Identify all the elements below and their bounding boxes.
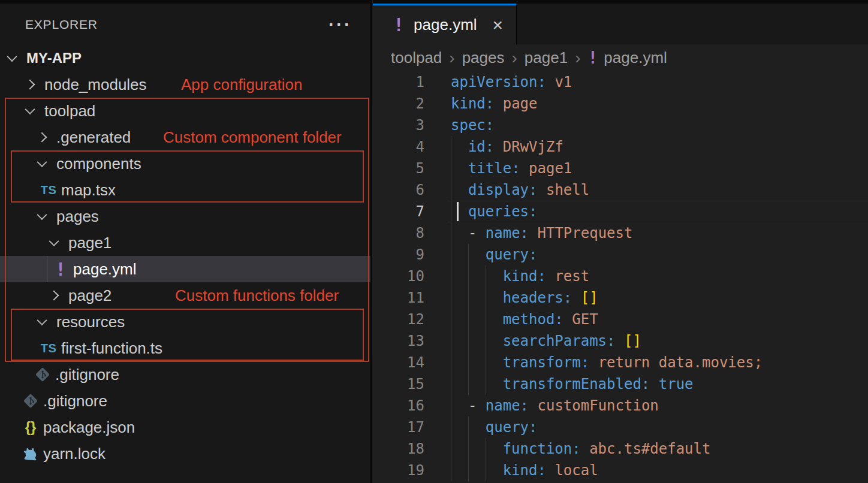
code-line-16[interactable]: - name: customFunction	[451, 395, 868, 416]
indent-guide	[451, 244, 468, 265]
tree-item-first-function-ts[interactable]: TSfirst-function.ts	[0, 335, 370, 361]
indent-guide	[468, 309, 486, 330]
code-token: kind:	[503, 268, 546, 285]
tree-item-label: page1	[68, 234, 111, 252]
code-line-19[interactable]: kind: local	[451, 460, 868, 481]
indent-guide	[451, 179, 468, 201]
tab-bar: ! page.yml ×	[373, 4, 868, 44]
tree-item-pages[interactable]: pages	[0, 203, 370, 230]
code-line-13[interactable]: searchParams: []	[451, 330, 868, 352]
tab-page-yml[interactable]: ! page.yml ×	[373, 4, 517, 44]
code-token: id:	[468, 138, 494, 155]
explorer-title: EXPLORER	[25, 17, 98, 32]
code-line-9[interactable]: query:	[451, 244, 868, 265]
code-token: spec:	[451, 117, 494, 134]
tree-item-map-tsx[interactable]: TSmap.tsx	[0, 177, 370, 203]
indent-guide	[451, 395, 468, 416]
code-line-3[interactable]: spec:	[451, 114, 868, 136]
code-line-10[interactable]: kind: rest	[451, 265, 868, 287]
code-line-4[interactable]: id: DRwVjZf	[451, 136, 868, 158]
line-number-6: 6	[373, 179, 424, 201]
tree-item-page1[interactable]: page1	[0, 230, 370, 256]
tree-item-label: MY-APP	[26, 50, 82, 67]
code-line-6[interactable]: display: shell	[451, 179, 868, 201]
line-number-19: 19	[373, 460, 424, 481]
code-line-17[interactable]: query:	[451, 416, 868, 438]
chevron-down-icon[interactable]	[49, 236, 59, 246]
line-number-9: 9	[373, 244, 424, 265]
code-editor[interactable]: 12345678910111213141516171819 apiVersion…	[373, 71, 868, 483]
code-line-1[interactable]: apiVersion: v1	[451, 71, 868, 93]
code-token: page1	[529, 160, 572, 177]
code-token: v1	[554, 74, 572, 90]
indent-guide	[468, 265, 486, 287]
tree-item-toolpad[interactable]: toolpad	[0, 98, 370, 124]
code-line-8[interactable]: - name: HTTPrequest	[451, 222, 868, 244]
tree-item-package-json[interactable]: {}package.json	[0, 414, 370, 440]
code-line-18[interactable]: function: abc.ts#default	[451, 438, 868, 460]
indent-guide	[486, 330, 503, 352]
code-token: name:	[486, 225, 529, 242]
tree-item-yarn-lock[interactable]: yarn.lock	[0, 440, 370, 467]
code-token: []	[624, 333, 641, 349]
tree-item-label: package.json	[43, 418, 135, 437]
indent-guide	[468, 460, 486, 481]
indent-guide	[468, 352, 486, 373]
breadcrumb-separator: ›	[511, 49, 517, 68]
annotation-custom-component-folder: Custom component folder	[163, 128, 342, 147]
breadcrumb-item-pages[interactable]: pages	[462, 49, 505, 67]
json-icon: {}	[22, 419, 40, 436]
chevron-right-icon[interactable]	[25, 80, 35, 90]
tree-item--gitignore[interactable]: .gitignore	[0, 388, 370, 414]
code-token	[616, 333, 624, 349]
code-token: display:	[468, 182, 538, 198]
code-token	[537, 182, 545, 198]
breadcrumb-label: page1	[525, 49, 568, 67]
code-token: abc.ts#default	[589, 440, 710, 457]
file-tree: MY-APPnode_modulestoolpad.generatedcompo…	[0, 45, 370, 467]
indent-guide	[486, 438, 503, 460]
line-number-18: 18	[373, 438, 424, 460]
code-line-5[interactable]: title: page1	[451, 158, 868, 179]
tree-item-components[interactable]: components	[0, 150, 370, 177]
breadcrumb-item-page-yml[interactable]: !page.yml	[587, 48, 667, 68]
chevron-right-icon[interactable]	[37, 132, 47, 143]
code-line-11[interactable]: headers: []	[451, 287, 868, 309]
code-token: DRwVjZf	[503, 138, 563, 155]
tree-item-my-app[interactable]: MY-APP	[0, 45, 370, 71]
annotation-app-configuration: App configuration	[181, 76, 302, 94]
tab-label: page.yml	[414, 16, 477, 34]
indent-guide	[486, 309, 503, 330]
code-line-7[interactable]: queries:	[447, 201, 868, 222]
chevron-down-icon[interactable]	[7, 52, 17, 62]
code-line-14[interactable]: transform: return data.movies;	[451, 352, 868, 373]
chevron-down-icon[interactable]	[25, 104, 35, 114]
code-line-15[interactable]: transformEnabled: true	[451, 373, 868, 395]
code-line-12[interactable]: method: GET	[451, 309, 868, 330]
indent-guide	[468, 373, 486, 395]
code-token: query:	[486, 419, 538, 436]
chevron-down-icon[interactable]	[37, 157, 47, 167]
code-token	[589, 354, 598, 371]
code-token: transformEnabled:	[503, 376, 650, 393]
indent-guide	[451, 222, 468, 244]
chevron-down-icon[interactable]	[37, 210, 47, 220]
breadcrumb-item-page1[interactable]: page1	[525, 49, 568, 67]
code-token: apiVersion:	[451, 74, 546, 90]
close-icon[interactable]: ×	[492, 16, 503, 34]
line-number-4: 4	[373, 136, 424, 158]
indent-guide	[468, 330, 486, 352]
code-token: method:	[503, 311, 563, 328]
tree-item-resources[interactable]: resources	[0, 309, 370, 335]
chevron-down-icon[interactable]	[37, 315, 47, 325]
chevron-right-icon[interactable]	[49, 291, 59, 301]
code-line-2[interactable]: kind: page	[451, 93, 868, 114]
code-token: kind:	[451, 95, 494, 112]
ellipsis-icon[interactable]: ···	[328, 14, 352, 35]
tree-item--gitignore[interactable]: .gitignore	[0, 361, 370, 388]
explorer-header: EXPLORER ···	[0, 4, 370, 45]
tree-item-label: pages	[56, 207, 99, 226]
tree-item-page-yml[interactable]: !page.yml	[0, 256, 370, 282]
breadcrumb-item-toolpad[interactable]: toolpad	[391, 49, 442, 67]
window-top-edge	[373, 0, 868, 4]
